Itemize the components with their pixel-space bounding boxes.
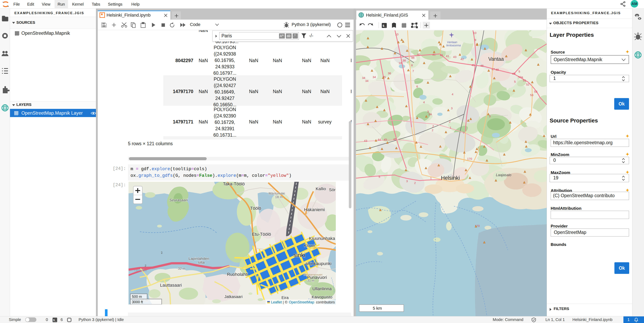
svg-text:Kallio: Kallio: [316, 186, 326, 191]
svg-text:36: 36: [388, 71, 391, 75]
svg-text:1: 1: [450, 126, 451, 129]
svg-text:18 m: 18 m: [275, 195, 282, 199]
svg-text:7: 7: [463, 131, 464, 134]
svg-text:40: 40: [417, 53, 420, 56]
svg-text:41: 41: [446, 54, 449, 58]
svg-text:Eira: Eira: [282, 296, 288, 300]
svg-text:3: 3: [451, 106, 452, 110]
svg-text:3A: 3A: [428, 112, 432, 116]
svg-text:34: 34: [365, 79, 368, 82]
svg-text:Taka-Töölö: Taka-Töölö: [223, 182, 245, 186]
svg-text:8: 8: [411, 63, 413, 67]
svg-text:2: 2: [432, 128, 433, 132]
svg-text:43: 43: [364, 139, 367, 142]
svg-text:9: 9: [474, 38, 476, 41]
svg-text:7: 7: [412, 69, 414, 73]
svg-text:46: 46: [393, 137, 396, 141]
svg-text:©: ©: [285, 300, 288, 304]
svg-text:artinkaupunki: artinkaupunki: [306, 261, 332, 266]
svg-text:10: 10: [473, 31, 476, 34]
svg-text:34: 34: [372, 75, 376, 79]
svg-text:2: 2: [161, 251, 163, 255]
svg-text:Länsiväylä: Länsiväylä: [134, 269, 147, 272]
svg-text:silta: silta: [198, 260, 205, 265]
svg-text:contributors: contributors: [316, 300, 335, 304]
svg-text:48: 48: [496, 68, 499, 71]
svg-text:49: 49: [512, 72, 516, 75]
svg-text:53: 53: [534, 90, 538, 93]
svg-text:52: 52: [526, 83, 530, 86]
svg-text:53: 53: [530, 93, 534, 97]
svg-text:6: 6: [416, 85, 418, 88]
svg-text:sinki: sinki: [294, 252, 306, 258]
svg-text:10: 10: [395, 32, 398, 36]
svg-text:98: 98: [411, 56, 414, 59]
svg-text:Seurasaari: Seurasaari: [169, 198, 188, 202]
svg-text:OpenStreetMap: OpenStreetMap: [289, 300, 314, 304]
svg-text:44: 44: [378, 138, 381, 141]
svg-text:Töölö: Töölö: [250, 206, 261, 211]
svg-text:31 m: 31 m: [307, 279, 314, 282]
svg-text:Mäntymäki: Mäntymäki: [269, 192, 285, 195]
svg-text:Lauttasaari: Lauttasaari: [160, 283, 182, 288]
svg-text:43: 43: [453, 55, 456, 58]
svg-text:2: 2: [145, 264, 146, 267]
svg-text:3000 ft: 3000 ft: [132, 300, 143, 304]
svg-text:Hakaniemi: Hakaniemi: [304, 207, 325, 212]
svg-text:170: 170: [467, 157, 472, 160]
svg-text:Tähtitorninvuori: Tähtitorninvuori: [303, 273, 322, 276]
svg-text:1: 1: [430, 176, 432, 180]
svg-text:50a: 50a: [518, 75, 523, 79]
svg-text:Vantaan: Vantaan: [447, 40, 457, 44]
svg-text:51: 51: [523, 79, 526, 82]
svg-text:18: 18: [398, 61, 402, 65]
svg-text:Kaivopuisto: Kaivopuisto: [312, 295, 332, 299]
svg-text:Leaflet: Leaflet: [271, 300, 282, 304]
svg-text:Kluuvi: Kluuvi: [304, 243, 315, 248]
svg-text:5: 5: [518, 70, 520, 73]
svg-text:45: 45: [472, 63, 475, 67]
svg-text:4: 4: [452, 92, 453, 96]
svg-text:Etu-Töölö: Etu-Töölö: [252, 232, 271, 237]
svg-text:38: 38: [402, 59, 406, 62]
svg-text:2: 2: [432, 124, 434, 128]
svg-text:47: 47: [492, 67, 495, 71]
svg-text:lentoasema: lentoasema: [446, 44, 461, 47]
svg-text:42: 42: [460, 57, 464, 61]
svg-text:Laajasalo: Laajasalo: [496, 173, 511, 177]
svg-text:3: 3: [406, 179, 408, 183]
svg-text:34: 34: [362, 76, 365, 79]
svg-text:41: 41: [432, 53, 436, 56]
svg-text:5 km: 5 km: [373, 306, 382, 311]
svg-text:Vantaa: Vantaa: [488, 56, 504, 62]
svg-text:46: 46: [480, 64, 484, 67]
svg-text:5: 5: [378, 175, 380, 178]
svg-text:4: 4: [423, 100, 425, 104]
svg-text:45: 45: [384, 138, 387, 141]
svg-text:2: 2: [449, 120, 450, 123]
svg-text:32 m: 32 m: [178, 267, 186, 271]
svg-text:5: 5: [514, 80, 516, 83]
svg-text:Sörn: Sörn: [329, 187, 336, 192]
svg-text:Lapinlahden: Lapinlahden: [188, 257, 209, 261]
svg-text:41: 41: [440, 53, 443, 57]
svg-text:$_: $_: [382, 24, 386, 28]
svg-text:$_: $_: [53, 319, 56, 322]
svg-text:500 m: 500 m: [132, 295, 142, 299]
svg-text:|: |: [283, 300, 284, 304]
svg-text:2: 2: [414, 181, 416, 185]
svg-text:Ruoholahti: Ruoholahti: [227, 272, 248, 277]
svg-text:Kruununhaka: Kruununhaka: [309, 236, 336, 241]
svg-text:Helsinki: Helsinki: [441, 175, 460, 181]
svg-text:Ullanlinna: Ullanlinna: [312, 286, 332, 291]
svg-text:Jatkasaari: Jatkasaari: [224, 295, 242, 299]
